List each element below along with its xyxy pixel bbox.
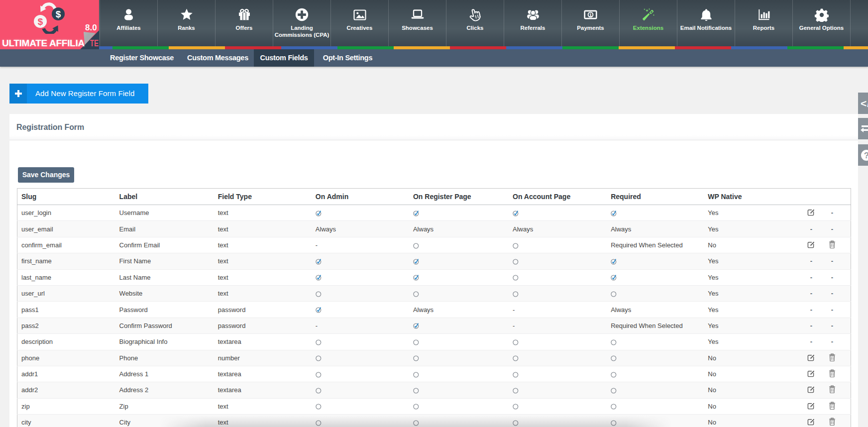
svg-text:1: 1 <box>589 12 592 17</box>
svg-text:$: $ <box>38 16 43 27</box>
svg-text:$: $ <box>56 9 61 19</box>
svg-text:?: ? <box>864 151 868 160</box>
